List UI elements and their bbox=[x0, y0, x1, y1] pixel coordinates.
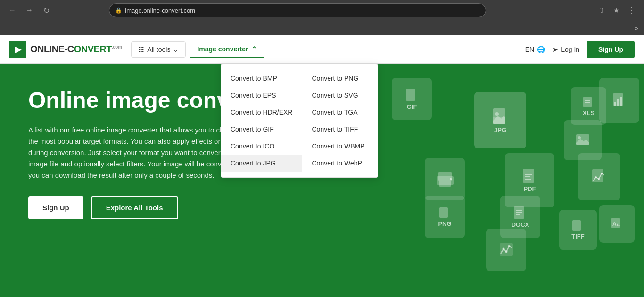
convert-gif[interactable]: Convert to GIF bbox=[221, 121, 302, 138]
logo-com: .com bbox=[112, 44, 122, 50]
back-button[interactable]: ← bbox=[6, 4, 19, 17]
convert-eps[interactable]: Convert to EPS bbox=[221, 87, 302, 104]
all-tools-label: All tools bbox=[147, 46, 170, 53]
svg-point-38 bbox=[508, 245, 510, 248]
signup-label: Sign Up bbox=[598, 46, 623, 53]
convert-webp[interactable]: Convert to WebP bbox=[302, 155, 378, 172]
chevron-up-icon: ⌃ bbox=[251, 45, 257, 53]
svg-rect-8 bbox=[525, 179, 531, 180]
gif-file-icon: GIF bbox=[392, 78, 432, 120]
font-file-icon: Aa bbox=[599, 205, 635, 243]
forward-button[interactable]: → bbox=[23, 4, 36, 17]
bookmarks-bar: » bbox=[0, 21, 644, 35]
hero-signup-button[interactable]: Sign Up bbox=[28, 196, 83, 219]
printer-icon bbox=[425, 158, 465, 200]
svg-rect-28 bbox=[572, 220, 581, 231]
convert-jpg[interactable]: Convert to JPG bbox=[221, 155, 302, 172]
svg-point-32 bbox=[595, 176, 597, 178]
jpg-file-icon: JPG bbox=[474, 92, 526, 148]
chevron-down-icon: ⌄ bbox=[173, 46, 179, 53]
login-label: Log In bbox=[561, 46, 579, 53]
svg-text:Aa: Aa bbox=[612, 221, 620, 227]
grid-icon: ☷ bbox=[138, 46, 144, 53]
svg-point-34 bbox=[601, 173, 603, 174]
convert-hdr-exr[interactable]: Convert to HDR/EXR bbox=[221, 104, 302, 121]
svg-rect-11 bbox=[439, 181, 451, 187]
bar-chart-icon bbox=[486, 229, 526, 271]
svg-rect-23 bbox=[439, 207, 448, 218]
language-selector[interactable]: EN 🌐 bbox=[525, 46, 545, 53]
svg-point-2 bbox=[495, 112, 499, 116]
svg-rect-6 bbox=[525, 174, 532, 175]
browser-menu-button[interactable]: ⋮ bbox=[625, 4, 638, 17]
convert-ico[interactable]: Convert to ICO bbox=[221, 138, 302, 155]
svg-rect-7 bbox=[525, 176, 530, 177]
browser-actions: ⇧ ★ ⋮ bbox=[595, 4, 638, 17]
image-converter-dropdown: Convert to BMP Convert to EPS Convert to… bbox=[221, 64, 378, 178]
svg-rect-35 bbox=[500, 243, 513, 256]
image-converter-button[interactable]: Image converter ⌃ bbox=[190, 41, 263, 58]
svg-rect-25 bbox=[516, 210, 522, 211]
svg-rect-13 bbox=[583, 97, 592, 107]
address-bar[interactable]: 🔒 image.online-convert.com bbox=[109, 3, 486, 17]
nav-right: EN 🌐 ➤ Log In Sign Up bbox=[525, 41, 635, 58]
svg-rect-14 bbox=[585, 100, 590, 101]
convert-tiff[interactable]: Convert to TIFF bbox=[302, 121, 378, 138]
svg-rect-5 bbox=[523, 169, 534, 183]
dropdown-col-2: Convert to PNG Convert to SVG Convert to… bbox=[302, 64, 378, 177]
convert-bmp[interactable]: Convert to BMP bbox=[221, 70, 302, 87]
svg-rect-18 bbox=[617, 99, 619, 106]
bookmarks-end-chevron: » bbox=[634, 24, 638, 33]
signup-button[interactable]: Sign Up bbox=[587, 41, 635, 58]
svg-rect-15 bbox=[585, 102, 590, 103]
logo-icon: ▶ bbox=[9, 41, 26, 58]
convert-svg[interactable]: Convert to SVG bbox=[302, 87, 378, 104]
svg-rect-19 bbox=[620, 97, 622, 106]
graph-file-icon bbox=[578, 153, 620, 200]
svg-point-33 bbox=[598, 178, 600, 180]
navbar: ▶ ONLINE-CONVERT.com ☷ All tools ⌄ Image… bbox=[0, 35, 644, 64]
convert-png[interactable]: Convert to PNG bbox=[302, 70, 378, 87]
svg-point-37 bbox=[505, 251, 507, 253]
logo-text: ONLINE-CONVERT.com bbox=[30, 44, 122, 55]
login-button[interactable]: ➤ Log In bbox=[553, 46, 579, 53]
reload-button[interactable]: ↻ bbox=[40, 4, 53, 17]
globe-icon: 🌐 bbox=[537, 46, 545, 53]
svg-rect-4 bbox=[406, 89, 415, 101]
logo[interactable]: ▶ ONLINE-CONVERT.com bbox=[9, 41, 122, 58]
svg-point-36 bbox=[502, 248, 504, 250]
login-icon: ➤ bbox=[553, 46, 558, 53]
all-tools-button[interactable]: ☷ All tools ⌄ bbox=[131, 41, 186, 58]
share-button[interactable]: ⇧ bbox=[595, 4, 608, 17]
png-file-icon: PNG bbox=[425, 196, 465, 238]
svg-rect-27 bbox=[516, 214, 520, 215]
url-text: image.online-convert.com bbox=[125, 7, 195, 14]
image-converter-label: Image converter bbox=[197, 45, 248, 53]
bookmark-button[interactable]: ★ bbox=[610, 4, 623, 17]
svg-rect-12 bbox=[450, 178, 452, 180]
lang-label: EN bbox=[525, 46, 534, 53]
browser-chrome: ← → ↻ 🔒 image.online-convert.com ⇧ ★ ⋮ bbox=[0, 0, 644, 21]
explore-all-tools-button[interactable]: Explore All Tools bbox=[91, 196, 178, 219]
chart-file-icon bbox=[599, 78, 639, 123]
hero-file-icons: JPG GIF PDF bbox=[371, 64, 644, 297]
tiff-file-icon: TIFF bbox=[559, 210, 597, 250]
dropdown-col-1: Convert to BMP Convert to EPS Convert to… bbox=[221, 64, 302, 177]
hero-buttons: Sign Up Explore All Tools bbox=[28, 196, 330, 219]
page-content: ▶ ONLINE-CONVERT.com ☷ All tools ⌄ Image… bbox=[0, 35, 644, 297]
lock-icon: 🔒 bbox=[115, 7, 122, 14]
svg-rect-17 bbox=[614, 102, 616, 106]
logo-highlight: ONVERT bbox=[74, 44, 112, 54]
svg-rect-26 bbox=[516, 212, 522, 213]
convert-wbmp[interactable]: Convert to WBMP bbox=[302, 138, 378, 155]
convert-tga[interactable]: Convert to TGA bbox=[302, 104, 378, 121]
